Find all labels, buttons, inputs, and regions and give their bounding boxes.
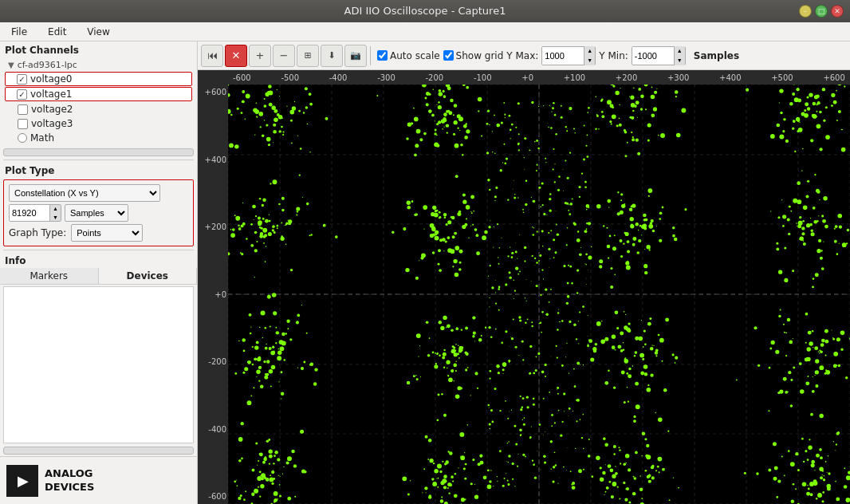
- y-axis: +600 +400 +200 +0 -200 -400 -600: [198, 85, 228, 504]
- ymax-spinbox[interactable]: ▲ ▼: [541, 46, 596, 65]
- ymin-input[interactable]: [632, 47, 674, 65]
- plot-type-select[interactable]: Constellation (X vs Y) Time Domain Frequ…: [9, 184, 160, 202]
- channel-voltage2-checkbox[interactable]: [18, 104, 28, 115]
- ymax-label: Y Max:: [506, 50, 538, 61]
- channel-voltage0-label: voltage0: [30, 73, 72, 85]
- info-scrollbar[interactable]: [3, 447, 194, 455]
- x-label-p200: +200: [616, 73, 637, 82]
- ymax-input[interactable]: [542, 47, 584, 65]
- channel-voltage0-checkbox[interactable]: [17, 74, 27, 85]
- samples-spinbox[interactable]: ▲ ▼: [9, 204, 61, 222]
- menu-file[interactable]: File: [5, 25, 33, 39]
- main-layout: Plot Channels ▼ cf-ad9361-lpc voltage0 v…: [0, 41, 850, 504]
- x-label-p300: +300: [667, 73, 689, 82]
- plot-type-header: Plot Type: [0, 162, 197, 178]
- analog-devices-logo-text: ANALOG DEVICES: [45, 467, 94, 494]
- channel-voltage1-label: voltage1: [30, 89, 72, 100]
- oscilloscope-area: +600 +400 +200 +0 -200 -400 -600: [198, 85, 850, 504]
- minus-button[interactable]: −: [273, 45, 295, 67]
- analog-devices-logo-icon: [6, 465, 38, 497]
- channel-scrollbar[interactable]: [3, 148, 194, 156]
- minimize-button[interactable]: –: [799, 5, 812, 18]
- x-label-p400: +400: [719, 73, 741, 82]
- x-label-n600: -600: [233, 73, 251, 82]
- menu-edit[interactable]: Edit: [41, 25, 73, 39]
- ymax-down-button[interactable]: ▼: [584, 56, 595, 65]
- close-button[interactable]: ✕: [831, 5, 844, 18]
- tree-device[interactable]: ▼ cf-ad9361-lpc: [3, 59, 194, 71]
- channel-voltage0[interactable]: voltage0: [5, 72, 192, 86]
- samples-down-button[interactable]: ▼: [49, 213, 61, 222]
- ymin-up-button[interactable]: ▲: [674, 46, 685, 56]
- info-section: Info Markers Devices: [0, 252, 197, 445]
- autoscale-checkbox[interactable]: [377, 50, 388, 61]
- x-label-0: +0: [521, 73, 533, 82]
- window-controls: – □ ✕: [799, 5, 844, 18]
- menubar: File Edit View: [0, 22, 850, 41]
- channel-voltage3[interactable]: voltage3: [3, 116, 194, 131]
- x-label-n100: -100: [474, 73, 492, 82]
- logo-line2: DEVICES: [45, 481, 94, 494]
- channel-math-label: Math: [30, 132, 54, 144]
- ymax-up-button[interactable]: ▲: [584, 46, 595, 56]
- rewind-button[interactable]: ⏮: [201, 45, 223, 67]
- plot-type-section: Constellation (X vs Y) Time Domain Frequ…: [3, 179, 194, 246]
- x-label-p500: +500: [771, 73, 793, 82]
- x-axis-corner: [198, 70, 228, 85]
- samples-up-button[interactable]: ▲: [49, 204, 61, 213]
- ymin-label: Y Min:: [599, 50, 628, 61]
- separator-1: [3, 159, 194, 160]
- ymin-spinbox[interactable]: ▲ ▼: [632, 46, 686, 65]
- showgrid-checkbox[interactable]: [443, 50, 454, 61]
- x-label-p100: +100: [564, 73, 585, 82]
- maximize-button[interactable]: □: [815, 5, 828, 18]
- graph-type-row: Graph Type: Points Lines Dots: [9, 224, 188, 242]
- channel-voltage3-label: voltage3: [31, 118, 73, 129]
- autoscale-check[interactable]: Auto scale: [377, 50, 440, 61]
- x-axis-row: -600 -500 -400 -300 -200 -100 +0 +100 +2…: [198, 70, 850, 85]
- separator-2: [3, 250, 194, 250]
- showgrid-label: Show grid: [456, 50, 504, 61]
- logo-line1: ANALOG: [45, 467, 94, 481]
- grid-button[interactable]: ⊞: [297, 45, 319, 67]
- samples-toolbar-label: Samples: [694, 50, 739, 61]
- y-label-p600: +600: [205, 88, 226, 96]
- devices-tab[interactable]: Devices: [99, 268, 198, 284]
- samples-input[interactable]: [10, 205, 49, 221]
- right-panel: ⏮ ✕ + − ⊞ ⬇ 📷 Auto scale Show grid Y Max…: [198, 41, 850, 504]
- toolbar: ⏮ ✕ + − ⊞ ⬇ 📷 Auto scale Show grid Y Max…: [198, 41, 850, 70]
- toolbar-right: Auto scale Show grid Y Max: ▲ ▼ Y Min:: [377, 46, 739, 65]
- x-axis-labels: -600 -500 -400 -300 -200 -100 +0 +100 +2…: [228, 70, 850, 85]
- y-label-n200: -200: [208, 357, 226, 366]
- channel-voltage3-checkbox[interactable]: [18, 119, 28, 129]
- menu-view[interactable]: View: [81, 25, 116, 39]
- plot-channels-header: Plot Channels: [0, 41, 197, 57]
- window-title: ADI IIO Oscilloscope - Capture1: [344, 3, 506, 19]
- showgrid-check[interactable]: Show grid: [443, 50, 504, 61]
- x-label-n500: -500: [281, 73, 299, 82]
- stop-button[interactable]: ✕: [225, 45, 247, 67]
- graph-type-label: Graph Type:: [9, 227, 66, 238]
- ymin-down-button[interactable]: ▼: [674, 56, 685, 65]
- x-label-n300: -300: [377, 73, 395, 82]
- markers-tab[interactable]: Markers: [0, 268, 99, 284]
- info-tabs: Markers Devices: [0, 268, 197, 285]
- screenshot-button[interactable]: 📷: [344, 45, 367, 67]
- samples-spinbox-buttons: ▲ ▼: [49, 204, 61, 222]
- export-button[interactable]: ⬇: [321, 45, 343, 67]
- channel-voltage2-label: voltage2: [31, 104, 73, 115]
- x-label-n200: -200: [426, 73, 444, 82]
- left-panel: Plot Channels ▼ cf-ad9361-lpc voltage0 v…: [0, 41, 198, 504]
- autoscale-label: Auto scale: [390, 50, 440, 61]
- y-label-p200: +200: [205, 222, 226, 231]
- graph-type-select[interactable]: Points Lines Dots: [71, 224, 143, 242]
- channel-voltage2[interactable]: voltage2: [3, 102, 194, 116]
- add-button[interactable]: +: [249, 45, 271, 67]
- channel-math[interactable]: Math: [3, 131, 194, 145]
- channel-voltage1-checkbox[interactable]: [17, 89, 27, 100]
- info-content: [3, 286, 194, 443]
- channel-math-radio[interactable]: [18, 133, 27, 143]
- x-label-n400: -400: [329, 73, 348, 82]
- channel-voltage1[interactable]: voltage1: [5, 87, 192, 101]
- samples-unit-select[interactable]: Samples Time: [65, 204, 128, 222]
